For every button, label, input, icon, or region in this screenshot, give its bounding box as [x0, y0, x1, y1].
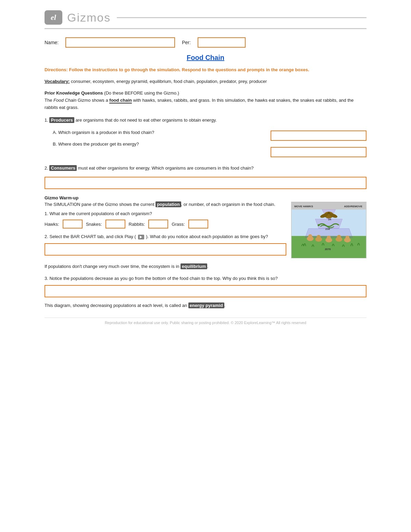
q1-term: Producers [49, 117, 74, 123]
q2-term: Consumers [49, 165, 77, 171]
q1-sub-left: A. Which organism is a producer in this … [53, 128, 267, 159]
energy-pyramid-section: This diagram, showing decreasing populat… [45, 302, 366, 309]
name-label: Name: [45, 40, 59, 45]
svg-text:2070: 2070 [325, 248, 331, 251]
directions: Directions: Follow the instructions to g… [45, 66, 366, 73]
per-input[interactable] [198, 37, 246, 48]
snakes-label: Snakes: [86, 222, 102, 227]
logo-box: el [45, 10, 62, 25]
equilibrium-term: equilibrium [180, 263, 207, 269]
energy-pyramid-start: This diagram, showing decreasing populat… [45, 303, 188, 308]
question-3-section: 3. Notice the populations decrease as yo… [45, 275, 366, 297]
svg-rect-23 [311, 235, 312, 237]
q3-text: Notice the populations decrease as you g… [49, 276, 277, 281]
vocab-label: Vocabulary: [45, 79, 70, 84]
energy-pyramid-end: . [224, 303, 226, 308]
q1-sub-a: A. Which organism is a producer in this … [53, 128, 267, 136]
warmup-section: Gizmo Warm-up The SIMULATION pane of the… [45, 195, 366, 258]
svg-rect-27 [319, 236, 320, 238]
warmup-q1: 1. What are the current populations of e… [45, 210, 286, 218]
svg-text:34: 34 [328, 218, 331, 221]
hawks-label: Hawks: [45, 222, 59, 227]
q2-text: must eat other organisms for energy. Whi… [77, 165, 253, 171]
name-per-row: Name: Per: [45, 37, 366, 48]
svg-rect-34 [338, 236, 339, 238]
svg-point-37 [345, 236, 349, 240]
prior-title: Prior Knowledge Questions [45, 90, 103, 96]
warmup-q1-label: 1. [45, 211, 48, 216]
q1-sub-b: B. Where does the producer get its energ… [53, 140, 267, 148]
warmup-q2-text2: ). What do you notice about each populat… [146, 234, 268, 239]
warmup-title: Gizmo Warm-up [45, 195, 366, 200]
prior-subtitle: (Do these BEFORE using the Gizmo.) [104, 90, 179, 96]
equilibrium-end: . [207, 264, 209, 269]
header-divider [117, 17, 366, 18]
warmup-q2: 2. Select the BAR CHART tab, and click P… [45, 233, 286, 240]
equilibrium-start: If populations don't change very much ov… [45, 264, 180, 269]
warmup-image-col: MOVE HAWKS ADD/REMOVE − + [291, 202, 366, 258]
svg-point-18 [317, 224, 320, 226]
population-row: Hawks: Snakes: Rabbits: Grass: [45, 220, 286, 228]
warmup-term: population [155, 201, 181, 207]
rabbits-input[interactable] [148, 220, 168, 228]
q3-num: 3. [45, 276, 48, 281]
per-label: Per: [182, 40, 191, 45]
vocab-words: consumer, ecosystem, energy pyramid, equ… [71, 79, 267, 84]
rabbits-label: Rabbits: [129, 222, 145, 227]
brand-name: Gizmos [67, 11, 111, 24]
svg-rect-22 [310, 235, 310, 237]
svg-rect-38 [347, 236, 347, 239]
question-2-section: 2. Consumers must eat other organisms fo… [45, 165, 366, 189]
warmup-body-start: The SIMULATION pane of the Gizmo shows t… [45, 202, 155, 207]
grass-label: Grass: [172, 222, 185, 227]
snakes-input[interactable] [105, 220, 125, 228]
svg-rect-35 [340, 236, 340, 238]
question-2: 2. Consumers must eat other organisms fo… [45, 165, 366, 172]
name-input[interactable] [65, 37, 175, 48]
svg-rect-31 [329, 236, 330, 239]
q1-answer-b[interactable] [271, 147, 366, 157]
footer: Reproduction for educational use only. P… [45, 318, 366, 325]
gizmo-svg: MOVE HAWKS ADD/REMOVE − + [291, 202, 366, 258]
vocabulary-section: Vocabulary: consumer, ecosystem, energy … [45, 78, 366, 85]
grass-input[interactable] [188, 220, 208, 228]
hawks-input[interactable] [63, 220, 83, 228]
question-1: 1. Producers are organisms that do not n… [45, 117, 366, 124]
equilibrium-section: If populations don't change very much ov… [45, 263, 366, 270]
q1-num: 1. [45, 117, 49, 123]
q3-answer[interactable] [45, 285, 366, 297]
gizmo-image: MOVE HAWKS ADD/REMOVE − + [291, 202, 366, 258]
q1-text: are organisms that do not need to eat ot… [74, 117, 217, 123]
warmup-q2-text: Select the BAR CHART tab, and click Play… [49, 234, 136, 239]
q2-num: 2. [45, 165, 49, 171]
svg-rect-30 [328, 236, 329, 239]
q2-answer[interactable] [45, 177, 366, 189]
warmup-body: The SIMULATION pane of the Gizmo shows t… [45, 202, 366, 258]
doc-title: Food Chain [45, 54, 366, 62]
question-3-text: 3. Notice the populations decrease as yo… [45, 275, 366, 282]
prior-body-start: The Food Chain Gizmo shows a food chain … [45, 98, 354, 110]
question-1-section: 1. Producers are organisms that do not n… [45, 117, 366, 160]
svg-rect-26 [318, 236, 319, 238]
logo-text: el [51, 13, 56, 22]
warmup-body-end: , or number, of each organism in the foo… [181, 202, 275, 207]
svg-text:230: 230 [325, 227, 330, 231]
svg-point-25 [316, 235, 321, 239]
warmup-q2-label: 2. [45, 234, 48, 239]
warmup-description: The SIMULATION pane of the Gizmo shows t… [45, 202, 286, 207]
prior-knowledge-section: Prior Knowledge Questions (Do these BEFO… [45, 90, 366, 111]
q1-sub-container: A. Which organism is a producer in this … [53, 128, 366, 159]
footer-text: Reproduction for educational use only. P… [105, 321, 306, 325]
q1-answer-a[interactable] [271, 131, 366, 141]
svg-text:ADD/REMOVE: ADD/REMOVE [344, 205, 362, 208]
q1-answer-boxes [271, 128, 366, 159]
energy-pyramid-term: energy pyramid [188, 302, 224, 308]
play-icon [138, 235, 144, 239]
warmup-q2-answer[interactable] [45, 243, 286, 256]
warmup-text-col: The SIMULATION pane of the Gizmo shows t… [45, 202, 286, 258]
page-header: el Gizmos [45, 7, 366, 29]
warmup-q1-text: What are the current populations of each… [49, 211, 152, 216]
svg-rect-39 [348, 236, 349, 239]
svg-text:MOVE HAWKS: MOVE HAWKS [294, 205, 313, 208]
